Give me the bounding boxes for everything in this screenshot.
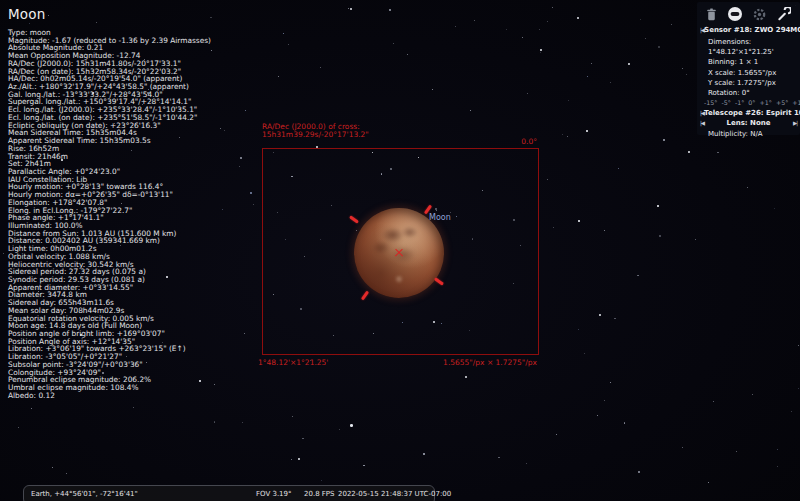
rotation-degree-button[interactable]: -15° [704, 99, 717, 106]
star [292, 416, 293, 417]
star [577, 17, 579, 19]
star [547, 21, 548, 22]
star [278, 76, 279, 77]
star [798, 345, 799, 346]
star [539, 29, 540, 30]
star [498, 457, 499, 458]
star [640, 19, 641, 20]
trash-icon[interactable] [703, 6, 719, 22]
star [752, 394, 753, 395]
star [339, 429, 340, 430]
info-line: Albedo: 0.12 [8, 392, 211, 400]
star [604, 400, 605, 401]
star [618, 168, 619, 169]
lens-next-button[interactable]: ▶| [793, 120, 797, 126]
sensor-label: Sensor #18: ZWO 294MC Pro [704, 26, 800, 34]
rotation-degree-button[interactable]: -1° [735, 99, 744, 106]
star [506, 29, 507, 30]
sensor-detail-line: Y scale: 1.7275"/px [708, 78, 800, 88]
star [389, 9, 390, 10]
star [777, 449, 778, 450]
rotation-degree-button[interactable]: +1° [759, 99, 771, 106]
star [614, 318, 615, 319]
star [663, 139, 664, 140]
star [474, 20, 475, 21]
star [638, 471, 640, 473]
star [686, 74, 687, 75]
star [562, 134, 563, 135]
sensor-detail-line: Rotation: 0° [708, 88, 800, 98]
star [552, 7, 553, 8]
star [747, 187, 748, 188]
star [708, 482, 709, 483]
sensor-detail-line: Binning: 1 × 1 [708, 57, 800, 67]
fps-status: 20.8 FPS [304, 490, 335, 498]
star [599, 314, 601, 316]
rotation-buttons: -15°-5°-1°0°+1°+5°+15° [697, 98, 800, 108]
star [657, 205, 659, 207]
star [214, 384, 215, 385]
object-title: Moon [8, 6, 211, 22]
star [214, 421, 215, 422]
star [556, 434, 557, 435]
star [791, 411, 792, 412]
rotation-degree-button[interactable]: 0° [748, 99, 755, 106]
star [240, 157, 241, 158]
star [682, 68, 683, 69]
lens-label: Lens: None [727, 119, 771, 127]
wrench-icon[interactable] [776, 6, 792, 22]
moon-label: Moon [429, 213, 451, 222]
star [244, 333, 245, 334]
star [455, 26, 456, 27]
star [628, 63, 630, 65]
star [291, 459, 292, 460]
star [31, 408, 32, 409]
star [302, 438, 303, 439]
star [713, 401, 714, 402]
star [578, 329, 579, 330]
star [567, 136, 568, 137]
star [695, 239, 696, 240]
rotation-degree-button[interactable]: +15° [792, 99, 800, 106]
star [591, 63, 592, 64]
star [250, 192, 251, 193]
star [774, 208, 775, 209]
star [597, 415, 598, 416]
fov-status: FOV 3.19° [256, 490, 292, 498]
status-bar: Earth, +44°56'01", -72°16'41" FOV 3.19° … [23, 485, 435, 501]
star [288, 44, 289, 45]
star [578, 220, 580, 222]
ccd-rotation-label: 0.0° [437, 138, 537, 146]
ccd-center-cross-icon [394, 247, 404, 257]
star [393, 43, 394, 44]
star [659, 235, 660, 236]
sensor-detail-line: Dimensions: [708, 37, 800, 47]
star [658, 46, 659, 47]
star [432, 89, 433, 90]
sensor-selector-row: |◀ Sensor #18: ZWO 294MC Pro ▶| [697, 25, 800, 35]
star [624, 422, 625, 423]
rotation-degree-button[interactable]: +5° [776, 99, 788, 106]
telescope-selector-row: |◀ Telescope #26: Espirit 100ED ▶| [697, 108, 800, 118]
star [527, 93, 528, 94]
star [239, 166, 240, 167]
star [320, 67, 321, 68]
ccd-scale-label: 1.5655"/px × 1.7275"/px [337, 359, 537, 367]
star [586, 130, 588, 132]
star [798, 388, 799, 389]
star [645, 38, 646, 39]
rotation-degree-button[interactable]: -5° [721, 99, 730, 106]
location-status: Earth, +44°56'01", -72°16'41" [31, 490, 138, 498]
star [526, 463, 527, 464]
star [423, 453, 424, 454]
lens-prev-button[interactable]: |◀ [700, 120, 704, 126]
gear-icon[interactable] [752, 6, 768, 22]
telescope-label: Telescope #26: Espirit 100ED [704, 109, 800, 117]
star [682, 447, 683, 448]
ccd-sensor-icon[interactable] [727, 6, 743, 22]
datetime-status: 2022-05-15 21:48:37 UTC-07:00 [338, 490, 451, 498]
star [18, 427, 19, 428]
star [553, 227, 554, 228]
star [298, 458, 300, 460]
star [407, 54, 408, 55]
